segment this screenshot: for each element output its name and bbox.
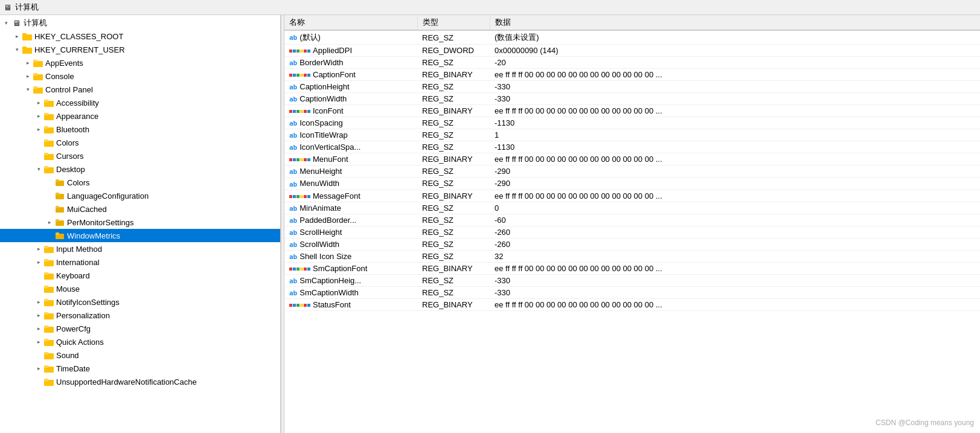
reg-name-cell: abCaptionWidth [284,93,417,105]
reg-name-cell: IconFont [284,105,417,117]
table-row[interactable]: abShell Icon SizeREG_SZ32 [284,250,980,262]
tree-item-keyboard[interactable]: Keyboard [0,269,280,282]
expand-btn-permon[interactable]: ▸ [45,217,54,227]
folder-icon-windowmetrics [54,231,65,240]
expand-btn-hkcr[interactable]: ▸ [12,31,22,41]
expand-btn-international[interactable]: ▸ [34,257,43,267]
expand-btn-quickactions[interactable]: ▸ [34,337,43,347]
expand-btn-computer[interactable]: ▾ [1,18,11,28]
table-row[interactable]: abMenuHeightREG_SZ-290 [284,165,980,178]
folder-icon-inputmethod [43,244,54,254]
tree-item-hkcu[interactable]: ▾ HKEY_CURRENT_USER [0,43,280,56]
tree-panel[interactable]: ▾🖥计算机▸ HKEY_CLASSES_ROOT▾ HKEY_CURRENT_U… [0,15,281,433]
ab-icon: ab [289,241,297,249]
reg-data-cell: ee ff ff ff 00 00 00 00 00 00 00 00 00 0… [490,262,980,274]
tree-item-personalization[interactable]: ▸ Personalization [0,309,280,322]
tree-item-accessibility[interactable]: ▸ Accessibility [0,96,280,109]
table-row[interactable]: abSmCaptionWidthREG_SZ-330 [284,286,980,298]
reg-type-cell: REG_SZ [417,129,490,141]
expand-btn-appearance[interactable]: ▸ [34,111,43,121]
tree-item-desktop[interactable]: ▾ Desktop [0,162,280,176]
reg-type-cell: REG_SZ [417,81,490,93]
folder-icon-hkcr [22,31,33,41]
tree-item-cursors[interactable]: Cursors [0,149,280,162]
tree-item-computer[interactable]: ▾🖥计算机 [0,16,280,30]
expand-btn-powercfg[interactable]: ▸ [34,324,43,333]
table-row[interactable]: abIconVerticalSpa...REG_SZ-1130 [284,141,980,153]
folder-icon-desktop-colors [54,178,65,187]
table-row[interactable]: ab(默认)REG_SZ(数值未设置) [284,30,980,45]
table-row[interactable]: abScrollHeightREG_SZ-260 [284,226,980,238]
table-row[interactable]: abIconTitleWrapREG_SZ1 [284,129,980,141]
expand-btn-controlpanel[interactable]: ▾ [23,85,33,94]
table-row[interactable]: abIconSpacingREG_SZ-1130 [284,117,980,129]
tree-item-mouse[interactable]: Mouse [0,282,280,295]
ab-icon: ab [289,253,297,261]
tree-item-desktop-colors[interactable]: Colors [0,176,280,189]
tree-item-international[interactable]: ▸ International [0,255,280,269]
svg-rect-45 [44,326,48,328]
svg-rect-15 [44,126,48,129]
expand-btn-timedate[interactable]: ▸ [34,364,43,373]
table-row[interactable]: abBorderWidthREG_SZ-20 [284,57,980,69]
tree-item-permon[interactable]: ▸ PerMonitorSettings [0,216,280,229]
tree-item-appearance[interactable]: ▸ Appearance [0,109,280,123]
registry-panel[interactable]: 名称 类型 数据 ab(默认)REG_SZ(数值未设置) AppliedDPIR… [284,15,980,433]
expand-btn-personalization[interactable]: ▸ [34,310,43,320]
expand-btn-accessibility[interactable]: ▸ [34,98,43,107]
reg-data-cell: 32 [490,250,980,262]
tree-item-bluetooth[interactable]: ▸ Bluetooth [0,123,280,136]
table-row[interactable]: SmCaptionFontREG_BINARYee ff ff ff 00 00… [284,262,980,274]
table-row[interactable]: abCaptionHeightREG_SZ-330 [284,81,980,93]
tree-item-langconf[interactable]: LanguageConfiguration [0,189,280,202]
expand-btn-hkcu[interactable]: ▾ [12,45,22,54]
table-row[interactable]: abMenuWidthREG_SZ-290 [284,178,980,190]
svg-rect-43 [44,312,48,315]
expand-btn-bluetooth[interactable]: ▸ [34,124,43,134]
expand-btn-desktop[interactable]: ▾ [34,164,43,174]
table-row[interactable]: MenuFontREG_BINARYee ff ff ff 00 00 00 0… [284,153,980,165]
expand-btn-appevents[interactable]: ▸ [23,58,33,68]
ab-icon: ab [289,144,297,152]
tree-item-inputmethod[interactable]: ▸ Input Method [0,242,280,255]
tree-item-timedate[interactable]: ▸ TimeDate [0,362,280,375]
tree-item-unsupported[interactable]: UnsupportedHardwareNotificationCache [0,375,280,388]
ab-icon: ab [289,83,297,91]
table-row[interactable]: abScrollWidthREG_SZ-260 [284,238,980,250]
tree-item-windowmetrics[interactable]: WindowMetrics [0,229,280,242]
table-row[interactable]: CaptionFontREG_BINARYee ff ff ff 00 00 0… [284,69,980,81]
tree-item-notifyicon[interactable]: ▸ NotifyIconSettings [0,295,280,309]
svg-rect-41 [44,299,48,301]
tree-item-appevents[interactable]: ▸ AppEvents [0,56,280,69]
table-row[interactable]: abMinAnimateREG_SZ0 [284,202,980,214]
reg-data-cell: ee ff ff ff 00 00 00 00 00 00 00 00 00 0… [490,153,980,165]
table-row[interactable]: abSmCaptionHeig...REG_SZ-330 [284,274,980,286]
reg-name-cell: abScrollHeight [284,226,417,238]
expand-btn-notifyicon[interactable]: ▸ [34,297,43,307]
table-row[interactable]: AppliedDPIREG_DWORD0x00000090 (144) [284,45,980,57]
table-row[interactable]: abPaddedBorder...REG_SZ-60 [284,214,980,226]
tree-label-hkcr: HKEY_CLASSES_ROOT [34,32,123,41]
expand-btn-inputmethod[interactable]: ▸ [34,244,43,254]
folder-icon-notifyicon [43,297,54,307]
reg-name-cell: CaptionFont [284,69,417,81]
table-row[interactable]: abCaptionWidthREG_SZ-330 [284,93,980,105]
tree-item-sound[interactable]: Sound [0,348,280,362]
table-row[interactable]: StatusFontREG_BINARYee ff ff ff 00 00 00… [284,298,980,310]
reg-type-cell: REG_BINARY [417,153,490,165]
folder-icon-muicached [54,204,65,214]
table-row[interactable]: IconFontREG_BINARYee ff ff ff 00 00 00 0… [284,105,980,117]
table-row[interactable]: MessageFontREG_BINARYee ff ff ff 00 00 0… [284,190,980,202]
tree-item-colors[interactable]: Colors [0,136,280,149]
col-name-header[interactable]: 名称 [284,15,417,30]
col-type-header[interactable]: 类型 [417,15,490,30]
tree-item-hkcr[interactable]: ▸ HKEY_CLASSES_ROOT [0,30,280,43]
col-data-header[interactable]: 数据 [490,15,980,30]
tree-item-powercfg[interactable]: ▸ PowerCfg [0,322,280,335]
expand-btn-console[interactable]: ▸ [23,71,33,81]
tree-item-muicached[interactable]: MuiCached [0,202,280,216]
tree-item-controlpanel[interactable]: ▾ Control Panel [0,83,280,96]
tree-item-quickactions[interactable]: ▸ Quick Actions [0,335,280,348]
tree-label-desktop: Desktop [56,165,85,174]
tree-item-console[interactable]: ▸ Console [0,69,280,83]
